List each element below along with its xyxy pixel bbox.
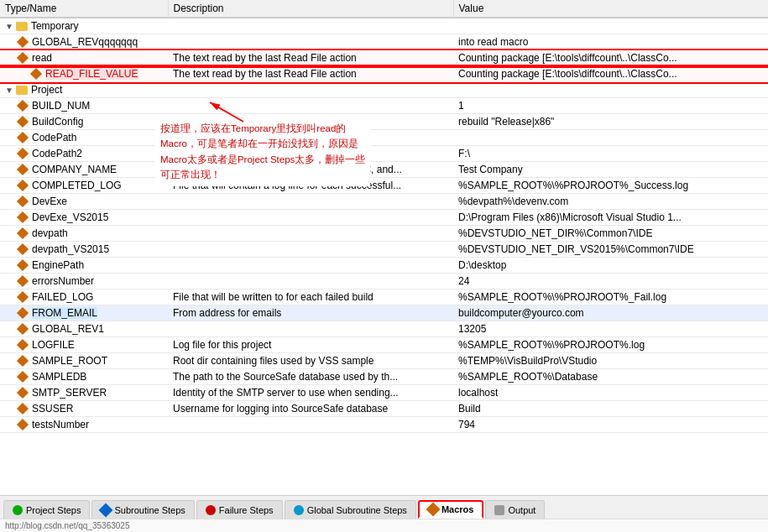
diamond-icon: [17, 164, 29, 175]
diamond-icon: [17, 275, 29, 287]
desc-cell: [168, 82, 453, 98]
name-cell: devpath: [0, 226, 168, 242]
tab-global-subroutine[interactable]: Global Subroutine Steps: [285, 500, 416, 519]
table-row[interactable]: DevExe%devpath%\devenv.com: [0, 194, 768, 210]
value-cell: into read macro: [453, 34, 768, 50]
table-row[interactable]: BUILD_NUM1: [0, 98, 768, 114]
diamond-icon: [17, 52, 29, 64]
row-name-text: errorsNumber: [32, 275, 94, 287]
value-cell: Test Company: [453, 162, 768, 178]
row-name-text: CodePath: [32, 132, 76, 143]
value-cell: %DEVSTUDIO_NET_DIR_VS2015%\Common7\IDE: [453, 242, 768, 258]
table-row[interactable]: ▼Project: [0, 82, 768, 98]
desc-cell: Username for logging into SourceSafe dat…: [168, 401, 453, 417]
desc-cell: [168, 258, 453, 274]
name-cell: FAILED_LOG: [0, 289, 168, 305]
tab-failure-steps[interactable]: Failure Steps: [196, 500, 283, 519]
expand-arrow[interactable]: ▼: [5, 86, 13, 95]
desc-cell: From address for emails: [168, 305, 453, 321]
table-row[interactable]: SAMPLE_ROOTRoot dir containing files use…: [0, 353, 768, 369]
desc-cell: [168, 321, 453, 337]
desc-cell: [168, 242, 453, 258]
table-row[interactable]: SMTP_SERVERIdentity of the SMTP server t…: [0, 385, 768, 401]
tab-output[interactable]: Output: [485, 500, 545, 519]
desc-cell: [168, 130, 453, 146]
row-name-text: FROM_EMAIL: [32, 307, 97, 319]
desc-cell: [168, 34, 453, 50]
value-cell: rebuild "Release|x86": [453, 114, 768, 130]
row-name-text: devpath: [32, 227, 68, 239]
name-cell: BUILD_NUM: [0, 98, 168, 114]
row-name-text: SMTP_SERVER: [32, 387, 107, 399]
desc-cell: The text read by the last Read File acti…: [168, 66, 453, 82]
diamond-icon: [17, 116, 29, 128]
table-row[interactable]: FROM_EMAILFrom address for emailsbuildco…: [0, 305, 768, 321]
name-cell: read: [0, 50, 168, 66]
desc-cell: The path to the SourceSafe database used…: [168, 369, 453, 385]
table-row[interactable]: EnginePathD:\desktop: [0, 258, 768, 274]
tab-macros[interactable]: Macros: [418, 500, 484, 519]
tab-project-steps[interactable]: Project Steps: [3, 500, 90, 519]
name-cell: SSUSER: [0, 401, 168, 417]
table-row[interactable]: devpath%DEVSTUDIO_NET_DIR%\Common7\IDE: [0, 226, 768, 242]
table-row[interactable]: COMPANY_NAMEcompany name macro used in M…: [0, 162, 768, 178]
name-cell: DevExe_VS2015: [0, 210, 168, 226]
tab-subroutine-steps[interactable]: Subroutine Steps: [91, 500, 194, 519]
row-name-text: DevExe_VS2015: [32, 211, 108, 223]
name-cell: SAMPLE_ROOT: [0, 353, 168, 369]
table-row[interactable]: DevExe_VS2015D:\Program Files (x86)\Micr…: [0, 210, 768, 226]
value-cell: D:\Program Files (x86)\Microsoft Visual …: [453, 210, 768, 226]
row-name-text: FAILED_LOG: [32, 291, 93, 303]
table-row[interactable]: SSUSERUsername for logging into SourceSa…: [0, 401, 768, 417]
desc-cell: [168, 194, 453, 210]
name-cell: FROM_EMAIL: [0, 305, 168, 321]
value-cell: %SAMPLE_ROOT%\%PROJROOT%_Fail.log: [453, 289, 768, 305]
folder-icon: [16, 22, 28, 31]
table-row[interactable]: COMPLETED_LOGFile that will contain a lo…: [0, 178, 768, 194]
row-name-text: BuildConfig: [32, 116, 83, 128]
row-name-text: READ_FILE_VALUE: [45, 68, 138, 80]
diamond-icon: [17, 387, 29, 399]
value-cell: [453, 82, 768, 98]
diamond-icon: [17, 243, 29, 255]
table-row[interactable]: FAILED_LOGFile that will be written to f…: [0, 289, 768, 305]
table-row[interactable]: ▼Temporary: [0, 18, 768, 34]
table-row[interactable]: errorsNumber24: [0, 274, 768, 289]
desc-cell: [168, 114, 453, 130]
expand-arrow[interactable]: ▼: [5, 22, 13, 31]
value-cell: %SAMPLE_ROOT%\%PROJROOT%_Success.log: [453, 178, 768, 194]
row-name-text: Project: [31, 84, 62, 96]
failure-steps-icon: [206, 505, 216, 515]
row-name-text: read: [32, 52, 52, 64]
desc-cell: Root dir containing files used by VSS sa…: [168, 353, 453, 369]
tab-bar: Project Steps Subroutine Steps Failure S…: [0, 495, 768, 519]
subroutine-steps-icon: [99, 503, 113, 517]
desc-cell: [168, 417, 453, 433]
desc-cell: [168, 98, 453, 114]
table-row[interactable]: SAMPLEDBThe path to the SourceSafe datab…: [0, 369, 768, 385]
table-row[interactable]: GLOBAL_REV113205: [0, 321, 768, 337]
row-name-text: devpath_VS2015: [32, 243, 109, 255]
value-cell: [453, 18, 768, 34]
table-scroll-area[interactable]: 按道理，应该在Temporary里找到叫read的 Macro，可是笔者却在一开…: [0, 18, 768, 495]
table-row[interactable]: CodePath: [0, 130, 768, 146]
table-row[interactable]: GLOBAL_REVqqqqqqqinto read macro: [0, 34, 768, 50]
value-cell: Counting package [E:\tools\diffcount\..\…: [453, 50, 768, 66]
diamond-icon: [17, 291, 29, 303]
table-row[interactable]: CodePath2F:\: [0, 146, 768, 162]
value-cell: %SAMPLE_ROOT%\Database: [453, 369, 768, 385]
table-row[interactable]: BuildConfigrebuild "Release|x86": [0, 114, 768, 130]
name-cell: testsNumber: [0, 417, 168, 433]
row-name-text: Temporary: [31, 20, 79, 32]
table-row[interactable]: READ_FILE_VALUEThe text read by the last…: [0, 66, 768, 82]
value-cell: localhost: [453, 385, 768, 401]
name-cell: CodePath2: [0, 146, 168, 162]
macros-table: ▼TemporaryGLOBAL_REVqqqqqqqinto read mac…: [0, 18, 768, 433]
table-row[interactable]: LOGFILELog file for this project%SAMPLE_…: [0, 337, 768, 353]
desc-cell: [168, 210, 453, 226]
table-row[interactable]: readThe text read by the last Read File …: [0, 50, 768, 66]
table-row[interactable]: testsNumber794: [0, 417, 768, 433]
folder-icon: [16, 86, 28, 95]
table-row[interactable]: devpath_VS2015%DEVSTUDIO_NET_DIR_VS2015%…: [0, 242, 768, 258]
diamond-icon: [17, 100, 29, 112]
